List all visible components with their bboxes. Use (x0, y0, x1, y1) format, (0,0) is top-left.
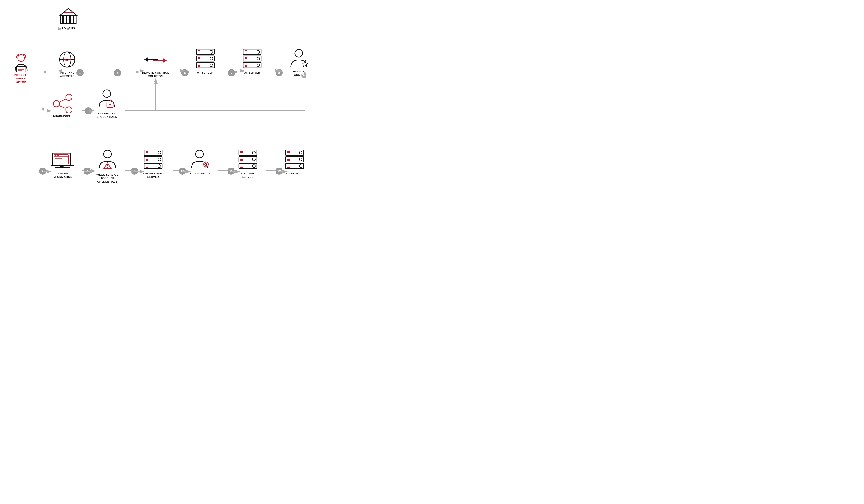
svg-point-78 (257, 50, 260, 53)
svg-marker-27 (60, 8, 77, 16)
svg-line-43 (59, 99, 66, 102)
remote-control-label: REMOTE CONTROLSOLUTION (142, 71, 169, 78)
engineering-server-label: ENGINEERINGSERVER (143, 172, 163, 179)
threat-actor-node: INTERNAL THREAT ACTOR (7, 53, 36, 84)
step-12-circle: 12 (276, 168, 283, 175)
step-5-circle: 5 (114, 69, 121, 76)
svg-point-151 (299, 151, 302, 154)
ot-server-7-node: OT SERVER (239, 48, 265, 74)
svg-point-136 (252, 151, 255, 154)
policies-node: POLICIES (55, 7, 82, 30)
svg-rect-87 (54, 155, 69, 164)
svg-point-63 (210, 50, 213, 53)
svg-point-94 (104, 150, 111, 158)
svg-point-79 (257, 57, 260, 60)
svg-marker-50 (163, 58, 167, 63)
ot-jump-server-node: OT JUMPSERVER (233, 149, 262, 179)
domain-admin-node: DOMAINADMIN (285, 48, 313, 77)
step-7-circle: 7 (228, 69, 235, 76)
step-10-circle: 10 (179, 168, 186, 175)
step-2-circle: 2 (39, 168, 46, 175)
svg-point-91 (58, 155, 59, 156)
svg-point-112 (158, 165, 161, 168)
svg-point-81 (295, 49, 303, 57)
ot-server-12-label: OT SERVER (286, 172, 303, 175)
step-9-circle: 9 (131, 168, 138, 175)
sharepoint-label: SHAREPOINT (53, 114, 72, 118)
sharepoint-node: SHAREPOINT (47, 94, 78, 118)
internal-websites-icon: www (57, 50, 77, 70)
ot-server-7-icon (242, 48, 262, 70)
threat-actor-icon (12, 53, 31, 72)
svg-marker-49 (144, 57, 148, 62)
attack-flow-diagram: INTERNAL THREAT ACTOR POLICIES (0, 0, 432, 252)
connector-svg (0, 0, 432, 252)
svg-rect-30 (69, 16, 71, 24)
svg-point-41 (53, 100, 60, 107)
svg-point-45 (103, 90, 111, 97)
svg-marker-82 (302, 60, 308, 67)
ot-engineer-label: OT ENGINEER (190, 172, 210, 175)
domain-info-node: DOMAININFORMATION (47, 151, 78, 179)
svg-rect-29 (66, 16, 68, 24)
domain-admin-icon (288, 48, 310, 69)
svg-point-138 (252, 165, 255, 168)
svg-rect-28 (62, 16, 64, 24)
domain-info-icon (50, 151, 74, 170)
svg-point-20 (18, 55, 24, 61)
step-6-circle: 6 (181, 69, 189, 76)
svg-point-97 (107, 167, 108, 168)
weak-creds-node: WEAK SERVICEACCOUNTCREDENTIALS (90, 149, 125, 183)
ot-server-12-icon (285, 149, 305, 170)
ot-server-6-icon (195, 48, 216, 70)
internal-websites-label: INTERNALWEBSITES (60, 71, 75, 78)
svg-point-65 (210, 64, 213, 67)
ot-jump-server-icon (238, 149, 258, 170)
weak-creds-label: WEAK SERVICEACCOUNTCREDENTIALS (96, 173, 118, 183)
svg-point-47 (109, 104, 111, 105)
svg-point-90 (57, 155, 58, 156)
svg-point-153 (299, 165, 302, 168)
svg-rect-83 (52, 153, 70, 166)
cleartext-credentials-node: CLEARTEXTCREDENTIALS (91, 89, 122, 119)
svg-point-137 (252, 158, 255, 161)
weak-creds-icon (96, 149, 120, 171)
svg-point-110 (158, 151, 161, 154)
policies-icon (59, 7, 78, 25)
step-1-circle: 1 (76, 69, 84, 76)
ot-server-6-label: OT SERVER (197, 71, 213, 74)
step-4-circle: 4 (84, 168, 91, 175)
cleartext-credentials-icon (97, 89, 117, 110)
svg-rect-31 (73, 16, 74, 24)
svg-line-44 (59, 106, 66, 108)
sharepoint-icon (51, 94, 73, 113)
remote-control-icon (140, 50, 171, 70)
ot-engineer-node: OT ENGINEER (184, 149, 216, 175)
ot-server-12-node: OT SERVER (281, 149, 308, 175)
step-8-circle: 8 (276, 69, 283, 76)
ot-jump-server-label: OT JUMPSERVER (241, 172, 254, 179)
svg-point-64 (210, 57, 213, 60)
domain-info-label: DOMAININFORMATION (52, 172, 72, 179)
domain-admin-label: DOMAINADMIN (293, 70, 304, 77)
svg-point-42 (66, 107, 72, 113)
remote-control-node: REMOTE CONTROLSOLUTION (136, 50, 175, 78)
svg-point-40 (66, 94, 72, 100)
engineering-server-node: ENGINEERINGSERVER (137, 149, 169, 179)
svg-point-113 (195, 150, 203, 158)
svg-text:www: www (63, 58, 71, 61)
svg-point-111 (158, 158, 161, 161)
ot-engineer-icon (189, 149, 212, 170)
ot-server-6-node: OT SERVER (192, 48, 218, 74)
step-11-circle: 11 (228, 168, 235, 175)
cleartext-credentials-label: CLEARTEXTCREDENTIALS (97, 112, 117, 119)
policies-label: POLICIES (62, 27, 75, 30)
svg-point-80 (257, 64, 260, 67)
svg-point-89 (55, 155, 56, 156)
threat-actor-label: INTERNAL THREAT ACTOR (14, 73, 28, 84)
svg-point-152 (299, 158, 302, 161)
engineering-server-icon (143, 149, 164, 170)
ot-server-7-label: OT SERVER (244, 71, 260, 74)
step-3-circle: 3 (85, 107, 92, 115)
